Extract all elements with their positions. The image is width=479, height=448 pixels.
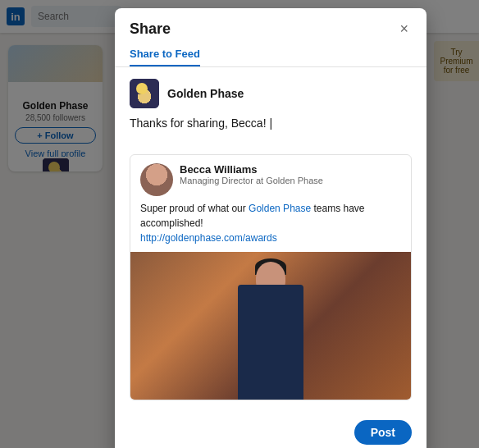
share-modal: Share × Share to Feed Golden Phase Thank…: [115, 8, 427, 448]
close-button[interactable]: ×: [396, 20, 412, 38]
share-textarea[interactable]: Thanks for sharing, Becca! |: [130, 117, 412, 143]
poster-avatar: [140, 163, 173, 196]
poster-info: Becca Williams Managing Director at Gold…: [180, 163, 401, 185]
share-as-avatar-inner: [130, 79, 159, 108]
share-to-feed-tab[interactable]: Share to Feed: [130, 43, 200, 66]
modal-title: Share: [130, 21, 171, 38]
share-as-row: Golden Phase: [130, 79, 412, 108]
share-as-avatar: [130, 79, 159, 108]
post-text-prefix: Super proud of what our: [140, 203, 249, 214]
modal-tabs: Share to Feed: [115, 38, 427, 67]
share-text-area[interactable]: Thanks for sharing, Becca! |: [130, 117, 412, 154]
post-button[interactable]: Post: [354, 420, 412, 445]
person-body: [238, 285, 303, 400]
modal-body: Golden Phase Thanks for sharing, Becca! …: [115, 67, 427, 412]
poster-avatar-img: [140, 163, 173, 196]
post-url-link[interactable]: http://goldenphase.com/awards: [140, 232, 277, 244]
post-company-link[interactable]: Golden Phase: [249, 203, 311, 214]
poster-name: Becca Williams: [180, 163, 401, 176]
post-text: Super proud of what our Golden Phase tea…: [130, 201, 411, 252]
modal-header: Share ×: [115, 8, 427, 38]
share-as-name: Golden Phase: [167, 87, 244, 100]
post-card-preview: Becca Williams Managing Director at Gold…: [130, 154, 412, 400]
poster-title: Managing Director at Golden Phase: [180, 176, 401, 185]
share-as-moon-icon: [136, 83, 148, 94]
post-image: [130, 252, 411, 400]
modal-footer: Post: [115, 412, 427, 448]
post-card-header: Becca Williams Managing Director at Gold…: [130, 155, 411, 201]
